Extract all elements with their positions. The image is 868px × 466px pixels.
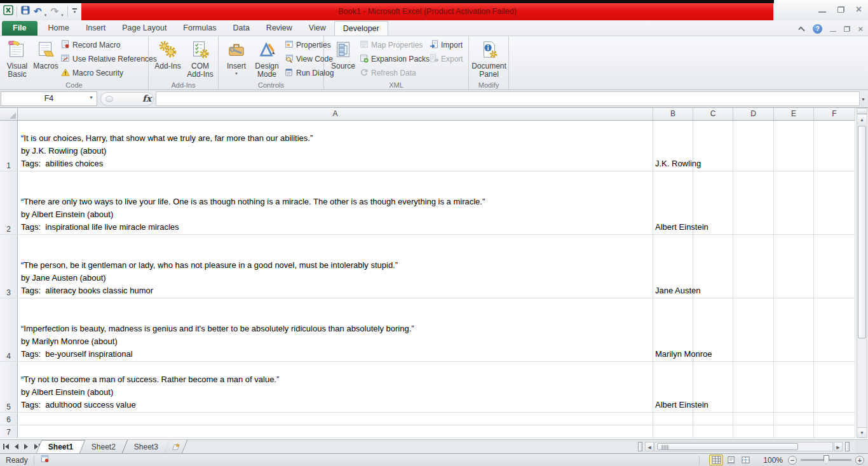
- cell-d5[interactable]: [733, 362, 774, 412]
- workbook-close-button[interactable]: ×: [858, 26, 863, 32]
- use-relative-references-button[interactable]: Use Relative References: [61, 53, 157, 65]
- tab-file[interactable]: File: [2, 21, 37, 36]
- help-icon[interactable]: ?: [813, 24, 822, 34]
- insert-function-button[interactable]: fx: [142, 93, 151, 103]
- cell-d7[interactable]: [733, 425, 774, 437]
- tab-view[interactable]: View: [301, 21, 334, 36]
- cell-b6[interactable]: [653, 413, 693, 425]
- cell-b3[interactable]: Jane Austen: [653, 235, 693, 298]
- workbook-minimize-button[interactable]: [830, 27, 836, 32]
- vertical-split-handle[interactable]: [857, 109, 867, 114]
- cell-b1[interactable]: J.K. Rowling: [653, 121, 693, 171]
- insert-worksheet-button[interactable]: [165, 440, 187, 453]
- cell-e5[interactable]: [774, 362, 814, 412]
- cell-e2[interactable]: [774, 171, 814, 234]
- first-sheet-icon[interactable]: [2, 442, 10, 451]
- zoom-in-button[interactable]: +: [855, 456, 864, 465]
- zoom-level[interactable]: 100%: [760, 456, 783, 465]
- column-header-d[interactable]: D: [733, 108, 774, 121]
- undo-button[interactable]: ↶: [34, 6, 42, 17]
- cell-a5[interactable]: “Try not to become a man of success. Rat…: [18, 362, 653, 412]
- cell-c7[interactable]: [693, 425, 733, 437]
- undo-dropdown-icon[interactable]: ▼: [44, 13, 48, 17]
- add-ins-button[interactable]: Add-Ins: [153, 38, 183, 80]
- column-header-b[interactable]: B: [653, 108, 693, 121]
- macro-record-icon[interactable]: [40, 455, 50, 465]
- excel-app-icon[interactable]: [3, 5, 13, 17]
- restore-button[interactable]: [837, 6, 844, 13]
- column-header-a[interactable]: A: [18, 108, 653, 121]
- horizontal-scroll-thumb[interactable]: [657, 443, 798, 450]
- tab-page-layout[interactable]: Page Layout: [114, 21, 175, 36]
- select-all-button[interactable]: [0, 108, 18, 121]
- cell-d3[interactable]: [733, 235, 774, 298]
- cell-a2[interactable]: “There are only two ways to live your li…: [18, 171, 653, 234]
- row-header[interactable]: 3: [0, 235, 18, 298]
- cell-a4[interactable]: “Imperfection is beauty, madness is geni…: [18, 298, 653, 361]
- row-header[interactable]: 6: [0, 413, 18, 425]
- row-header[interactable]: 7: [0, 425, 18, 437]
- column-header-f[interactable]: F: [814, 108, 855, 121]
- horizontal-split-handle[interactable]: [845, 442, 850, 451]
- cell-f3[interactable]: [814, 235, 855, 298]
- next-sheet-icon[interactable]: [22, 442, 31, 451]
- close-button[interactable]: ×: [856, 6, 862, 13]
- zoom-out-button[interactable]: −: [788, 456, 797, 465]
- tab-split-handle[interactable]: [638, 442, 642, 451]
- formula-input[interactable]: [156, 91, 860, 106]
- cell-f7[interactable]: [814, 425, 855, 437]
- tab-insert[interactable]: Insert: [78, 21, 114, 36]
- expand-formula-bar-icon[interactable]: ▼: [861, 97, 865, 102]
- com-add-ins-button[interactable]: COM Add-Ins: [184, 38, 216, 80]
- minimize-ribbon-icon[interactable]: [799, 27, 805, 31]
- tab-home[interactable]: Home: [40, 21, 78, 36]
- scroll-up-icon[interactable]: ▲: [857, 115, 867, 125]
- redo-dropdown-icon[interactable]: ▼: [60, 13, 64, 17]
- row-header[interactable]: 1: [0, 121, 18, 171]
- cell-f6[interactable]: [814, 413, 855, 425]
- cell-b7[interactable]: [653, 425, 693, 437]
- cell-b4[interactable]: Marilyn Monroe: [653, 298, 693, 361]
- column-header-c[interactable]: C: [693, 108, 733, 121]
- h-scroll-left-icon[interactable]: ◀: [645, 442, 654, 451]
- cell-f5[interactable]: [814, 362, 855, 412]
- cell-b5[interactable]: Albert Einstein: [653, 362, 693, 412]
- cell-e1[interactable]: [774, 121, 814, 171]
- minimize-button[interactable]: [818, 6, 826, 13]
- cell-d1[interactable]: [733, 121, 774, 171]
- record-macro-button[interactable]: Record Macro: [61, 39, 120, 51]
- tab-review[interactable]: Review: [258, 21, 301, 36]
- cell-c6[interactable]: [693, 413, 733, 425]
- source-button[interactable]: Source: [329, 38, 357, 80]
- cell-f4[interactable]: [814, 298, 855, 361]
- cell-d6[interactable]: [733, 413, 774, 425]
- cell-a7[interactable]: [18, 425, 653, 437]
- previous-sheet-icon[interactable]: [12, 442, 20, 451]
- name-box[interactable]: F4: [1, 91, 97, 106]
- vertical-scrollbar[interactable]: ▲ ▼: [857, 108, 867, 438]
- zoom-slider[interactable]: [801, 459, 851, 461]
- normal-view-button[interactable]: [709, 455, 723, 465]
- page-break-preview-button[interactable]: [738, 455, 752, 465]
- workbook-restore-button[interactable]: [844, 26, 850, 32]
- h-scroll-right-icon[interactable]: ▶: [834, 442, 843, 451]
- sheet-tab-sheet3[interactable]: Sheet3: [122, 440, 171, 453]
- row-header[interactable]: 5: [0, 362, 18, 412]
- design-mode-button[interactable]: Design Mode: [252, 38, 282, 80]
- column-header-e[interactable]: E: [774, 108, 814, 121]
- sheet-tab-sheet2[interactable]: Sheet2: [79, 440, 128, 453]
- cell-a3[interactable]: “The person, be it gentleman or lady, wh…: [18, 235, 653, 298]
- macro-security-button[interactable]: Macro Security: [61, 67, 123, 79]
- macros-button[interactable]: Macros: [32, 38, 60, 80]
- cell-f1[interactable]: [814, 121, 855, 171]
- row-header[interactable]: 2: [0, 171, 18, 234]
- cell-e4[interactable]: [774, 298, 814, 361]
- redo-button[interactable]: ↷: [51, 6, 59, 17]
- zoom-slider-thumb[interactable]: [824, 455, 829, 464]
- cell-a6[interactable]: [18, 413, 653, 425]
- tab-formulas[interactable]: Formulas: [175, 21, 224, 36]
- cell-f2[interactable]: [814, 171, 855, 234]
- name-box-dropdown-icon[interactable]: ▼: [89, 95, 93, 100]
- scroll-down-icon[interactable]: ▼: [857, 427, 867, 437]
- row-header[interactable]: 4: [0, 298, 18, 361]
